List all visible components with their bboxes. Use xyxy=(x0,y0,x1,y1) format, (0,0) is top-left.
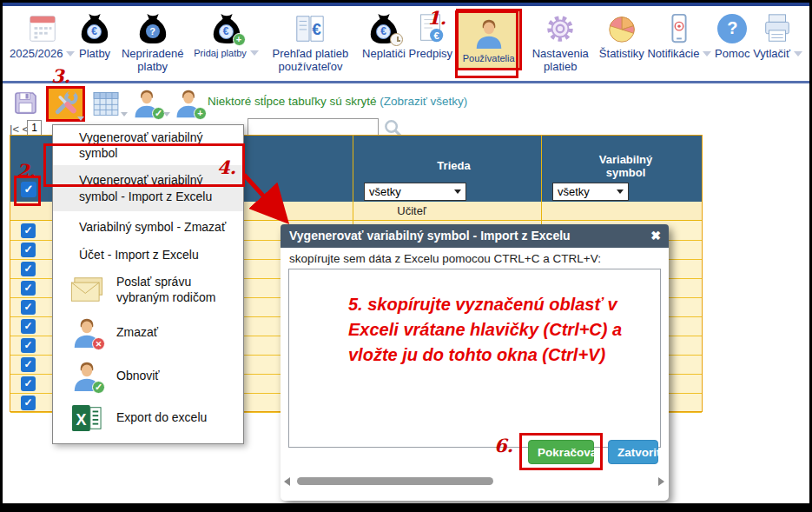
top-navigation: 2025/2026 Platby Nepriradené platby Prid… xyxy=(3,6,809,83)
pie-chart-icon xyxy=(605,12,638,45)
printer-icon xyxy=(761,12,794,45)
tools-icon[interactable] xyxy=(46,86,85,122)
import-excel-dialog: Vygenerovať variabilný symbol - Import z… xyxy=(281,224,669,501)
add-user-icon[interactable] xyxy=(173,88,204,119)
nav-item-nastavenia-platieb[interactable]: Nastavenia platieb xyxy=(525,12,596,73)
nav-label: Nastavenia platieb xyxy=(525,48,596,73)
scroll-right-icon[interactable] xyxy=(658,477,664,486)
pager: |< < xyxy=(10,123,29,136)
nav-item-nepriradene-platby[interactable]: Nepriradené platby xyxy=(115,12,191,73)
nav-item-pridaj-platby[interactable]: Pridaj platby xyxy=(194,12,259,58)
nav-label: Platby xyxy=(79,48,110,61)
nav-item-school-year[interactable]: 2025/2026 xyxy=(10,12,75,61)
menu-item-obnovit[interactable]: Obnoviť xyxy=(53,355,243,398)
svg-text:€: € xyxy=(433,30,439,41)
menu-item-vygenerovat-vs[interactable]: Vygenerovať variabilný symbol xyxy=(53,125,243,165)
envelope-icon xyxy=(69,276,105,303)
column-header-trieda: Trieda xyxy=(360,159,548,172)
dialog-title: Vygenerovať variabilný symbol - Import z… xyxy=(281,224,669,248)
menu-item-ucet-import[interactable]: Účet - Import z Excelu xyxy=(53,241,243,269)
nav-label: Nepriradené platby xyxy=(115,48,191,73)
phone-icon xyxy=(663,12,696,45)
paste-textarea[interactable]: 5. skopírujte vyznačenú oblasť v Exceli … xyxy=(288,269,661,448)
nav-label: Pridaj platby xyxy=(194,48,247,58)
scrollbar-thumb[interactable] xyxy=(297,477,493,485)
money-bag-icon xyxy=(78,12,111,45)
row-checkbox[interactable] xyxy=(21,243,36,257)
nav-item-neplatici[interactable]: Neplatiči xyxy=(362,12,406,61)
menu-item-zmazat[interactable]: Zmazať xyxy=(53,311,243,355)
row-checkbox[interactable] xyxy=(21,300,36,315)
variabilny-symbol-filter-select[interactable]: všetky xyxy=(552,183,629,201)
excel-icon: X xyxy=(69,403,105,433)
nav-item-notifikacie[interactable]: Notifikácie xyxy=(647,12,711,61)
step1-label: 1. xyxy=(427,9,446,27)
chevron-down-icon xyxy=(454,190,461,194)
row-checkbox[interactable] xyxy=(21,376,36,391)
chevron-down-icon xyxy=(250,50,259,56)
status-text: Niektoré stĺpce tabuľky sú skryté xyxy=(208,95,377,108)
menu-item-vs-zmazat[interactable]: Variabilný symbol - Zmazať xyxy=(53,211,243,241)
menu-item-export-do-excelu[interactable]: X Export do excelu xyxy=(53,398,243,438)
nav-item-statistiky[interactable]: Štatistiky xyxy=(599,12,644,61)
tools-context-menu: Vygenerovať variabilný symbol Vygenerova… xyxy=(52,124,244,444)
chevron-down-icon xyxy=(794,51,802,57)
nav-label: Pomoc xyxy=(715,48,749,61)
chevron-down-icon xyxy=(703,51,711,57)
money-bag-overdue-icon xyxy=(367,12,400,45)
payments-book-icon: € xyxy=(294,12,327,45)
close-icon[interactable] xyxy=(650,229,661,243)
row-checkbox[interactable] xyxy=(21,281,36,296)
select-all-checkbox[interactable] xyxy=(21,182,36,197)
nav-item-platby[interactable]: Platby xyxy=(78,12,111,61)
help-icon xyxy=(716,12,749,45)
nav-label: Používatelia xyxy=(463,53,515,63)
nav-item-vytlacit[interactable]: Vytlačiť xyxy=(753,12,802,61)
menu-item-vs-import-z-excelu[interactable]: Vygenerovať variabilný symbol - Import z… xyxy=(53,165,243,210)
nav-item-prehlad-platieb[interactable]: € Prehľad platieb používateľov xyxy=(261,12,359,73)
nav-label: Štatistiky xyxy=(599,48,644,61)
nav-item-pouzivatelia[interactable]: Používatelia xyxy=(456,9,522,70)
row-checkbox[interactable] xyxy=(21,357,36,372)
row-checkbox[interactable] xyxy=(21,262,36,276)
show-all-link[interactable]: (Zobraziť všetky) xyxy=(380,95,467,108)
horizontal-scrollbar xyxy=(284,475,664,488)
row-checkbox[interactable] xyxy=(21,396,36,410)
search-input[interactable] xyxy=(248,118,379,136)
step4-label: 4. xyxy=(217,158,236,176)
trieda-filter-select[interactable]: všetky xyxy=(364,183,466,201)
nav-label: Vytlačiť xyxy=(753,48,790,61)
gear-icon xyxy=(544,12,577,45)
plus-badge-icon xyxy=(233,33,246,46)
svg-text:€: € xyxy=(313,20,322,38)
page-number-input[interactable] xyxy=(27,120,42,136)
save-icon[interactable] xyxy=(11,89,40,117)
menu-item-poslat-spravu[interactable]: Poslať správu vybraným rodičom xyxy=(53,269,243,310)
user-icon xyxy=(472,17,505,50)
delete-user-icon xyxy=(69,316,105,349)
step6-label: 6. xyxy=(494,436,513,455)
chevron-down-icon xyxy=(163,112,170,116)
column-header-variabilny-symbol: Variabilný symbol xyxy=(548,153,703,179)
money-bag-question-icon xyxy=(136,12,169,45)
plus-badge-icon xyxy=(194,107,207,120)
nav-label: Predpisy xyxy=(409,48,453,61)
row-checkbox[interactable] xyxy=(21,319,36,334)
approve-user-icon[interactable] xyxy=(131,88,162,119)
step3-label: 3. xyxy=(51,67,70,85)
continue-button[interactable]: Pokračovať xyxy=(528,440,594,464)
calendar-icon xyxy=(26,12,59,45)
row-checkbox[interactable] xyxy=(21,223,36,238)
pager-first-button[interactable]: |< xyxy=(10,123,19,136)
close-button[interactable]: Zatvoriť xyxy=(608,440,658,464)
app-window: 2025/2026 Platby Nepriradené platby Prid… xyxy=(0,0,812,512)
dialog-instruction: skopírujte sem dáta z Excelu pomocou CTR… xyxy=(289,252,601,265)
nav-label: Prehľad platieb používateľov xyxy=(261,48,359,73)
hidden-columns-status: Niektoré stĺpce tabuľky sú skryté (Zobra… xyxy=(208,95,467,108)
columns-icon[interactable] xyxy=(90,90,122,118)
chevron-down-icon xyxy=(121,112,128,116)
row-checkbox[interactable] xyxy=(21,338,36,353)
nav-item-pomoc[interactable]: Pomoc xyxy=(715,12,749,61)
nav-label: Neplatiči xyxy=(362,48,406,61)
scroll-left-icon[interactable] xyxy=(284,477,290,486)
